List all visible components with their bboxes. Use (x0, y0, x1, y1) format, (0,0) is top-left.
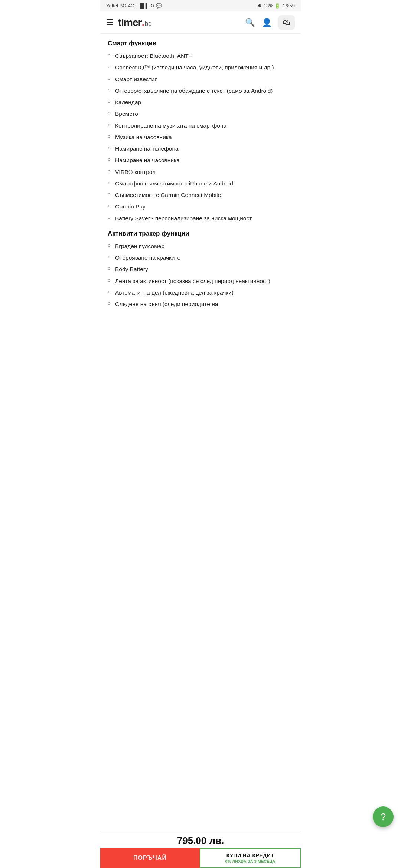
list-item: Body Battery (108, 265, 293, 273)
user-icon[interactable]: 👤 (262, 18, 272, 27)
list-item: Вграден пулсомер (108, 242, 293, 250)
list-item: Контролиране на музиката на смартфона (108, 121, 293, 130)
battery-icon: 13% 🔋 (264, 3, 281, 9)
list-item: Смартфон съвместимост с iPhone и Android (108, 179, 293, 188)
navbar-left: ☰ timer.bg (106, 17, 152, 29)
list-item: Намиране на часовника (108, 156, 293, 164)
logo[interactable]: timer.bg (118, 17, 152, 29)
status-left: Yettel BG 4G+ ▐▌▌ ↻ 💬 (106, 3, 162, 9)
bluetooth-icon: ✱ (257, 3, 261, 9)
messenger-icon: 💬 (156, 3, 162, 9)
list-item: Намиране на телефона (108, 144, 293, 153)
main-content: Смарт функции Свързаност: Bluetooth, ANT… (100, 34, 301, 360)
list-item: Отговор/отхвърляне на обаждане с текст (… (108, 86, 293, 95)
list-item: Съвместимост с Garmin Connect Mobile (108, 191, 293, 199)
list-item: Следене на съня (следи периодите на (108, 300, 293, 308)
activity-section-title: Активити тракер функции (108, 230, 293, 237)
list-item: Отброяване на крачките (108, 253, 293, 262)
navbar-right: 🔍 👤 🛍 (245, 15, 295, 30)
network-type: 4G+ (128, 3, 137, 9)
status-bar: Yettel BG 4G+ ▐▌▌ ↻ 💬 ✱ 13% 🔋 16:59 (100, 0, 301, 11)
list-item: Свързаност: Bluetooth, ANT+ (108, 52, 293, 60)
cart-box[interactable]: 🛍 (278, 15, 295, 30)
sync-icon: ↻ (150, 3, 154, 9)
list-item: Музика на часовника (108, 133, 293, 141)
signal-icon: ▐▌▌ (138, 3, 149, 9)
list-item: Battery Saver - персонализиране за ниска… (108, 214, 293, 223)
activity-section: Активити тракер функции Вграден пулсомер… (108, 230, 293, 309)
status-right: ✱ 13% 🔋 16:59 (257, 3, 295, 9)
list-item: Времето (108, 109, 293, 118)
activity-feature-list: Вграден пулсомерОтброяване на крачкитеBo… (108, 242, 293, 309)
search-icon[interactable]: 🔍 (245, 18, 255, 27)
logo-dot: . (141, 17, 144, 29)
list-item: Автоматична цел (ежедневна цел за крачки… (108, 288, 293, 297)
smart-feature-list: Свързаност: Bluetooth, ANT+Connect IQ™ (… (108, 52, 293, 223)
smart-section-title: Смарт функции (108, 40, 293, 47)
list-item: Смарт известия (108, 75, 293, 83)
list-item: Лента за активност (показва се след пери… (108, 277, 293, 285)
list-item: Connect IQ™ (изгледи на часа, уиджети, п… (108, 63, 293, 72)
time-label: 16:59 (283, 3, 295, 9)
menu-icon[interactable]: ☰ (106, 18, 114, 27)
carrier-label: Yettel BG (106, 3, 126, 9)
smart-section: Смарт функции Свързаност: Bluetooth, ANT… (108, 40, 293, 223)
logo-text-timer: timer (118, 17, 141, 29)
logo-text-bg: bg (144, 20, 152, 28)
cart-icon[interactable]: 🛍 (283, 18, 290, 27)
navbar: ☰ timer.bg 🔍 👤 🛍 (100, 11, 301, 34)
list-item: VIRB® контрол (108, 168, 293, 176)
list-item: Календар (108, 98, 293, 106)
list-item: Garmin Pay (108, 202, 293, 211)
